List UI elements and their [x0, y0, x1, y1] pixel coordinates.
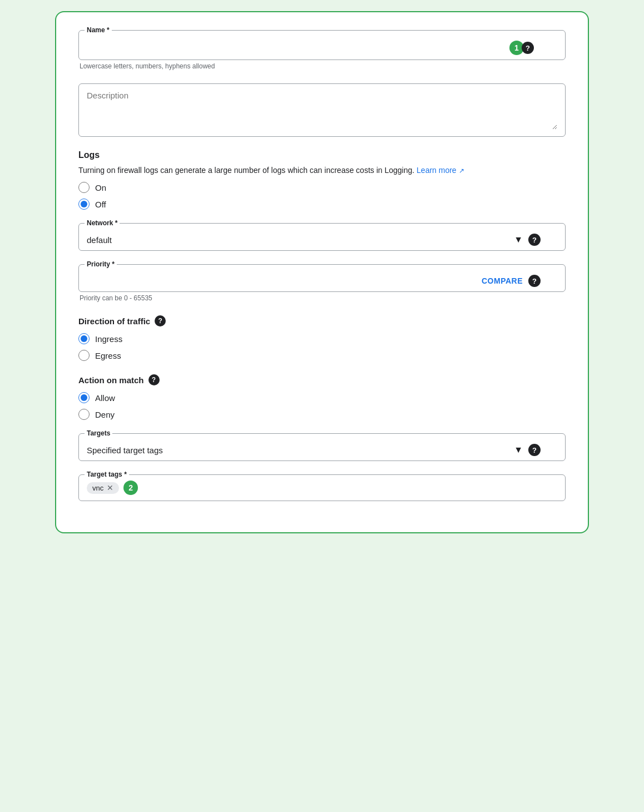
priority-field-group: Priority * 1000 COMPARE ? Priority can b…	[78, 264, 566, 302]
name-field: Name * vnc 1 ?	[78, 30, 566, 60]
targets-value: Specified target tags	[87, 445, 514, 455]
priority-field: Priority * 1000 COMPARE ?	[78, 264, 566, 292]
vnc-tag-chip: vnc ✕	[87, 482, 119, 494]
network-help-icon[interactable]: ?	[528, 234, 541, 246]
tag-chip-close[interactable]: ✕	[107, 484, 113, 492]
priority-input[interactable]: 1000	[87, 276, 482, 286]
ingress-radio[interactable]	[78, 333, 90, 344]
egress-radio[interactable]	[78, 350, 90, 361]
logs-off-radio[interactable]	[78, 199, 90, 210]
step2-badge: 2	[123, 481, 138, 495]
action-radio-group: Allow Deny	[78, 392, 566, 420]
targets-field-group: Targets Specified target tags ▼ ?	[78, 433, 566, 461]
allow-option[interactable]: Allow	[78, 392, 566, 403]
action-help-icon[interactable]: ?	[148, 374, 160, 385]
description-input[interactable]	[87, 91, 557, 130]
external-link-icon: ↗	[459, 167, 464, 175]
targets-help-icon[interactable]: ?	[528, 444, 541, 456]
learn-more-link[interactable]: Learn more ↗	[417, 166, 464, 175]
tag-chip-value: vnc	[92, 484, 103, 492]
compare-button[interactable]: COMPARE	[482, 276, 523, 285]
name-input[interactable]: vnc	[87, 43, 506, 53]
priority-help-icon[interactable]: ?	[528, 275, 541, 287]
network-field-group: Network * default ▼ ?	[78, 223, 566, 251]
target-tags-label: Target tags *	[85, 471, 129, 478]
action-section: Action on match ? Allow Deny	[78, 374, 566, 420]
direction-radio-group: Ingress Egress	[78, 333, 566, 361]
target-tags-field-group: Target tags * vnc ✕ 2	[78, 474, 566, 501]
egress-label: Egress	[95, 351, 121, 360]
name-hint: Lowercase letters, numbers, hyphens allo…	[78, 62, 566, 70]
logs-off-option[interactable]: Off	[78, 199, 566, 210]
deny-option[interactable]: Deny	[78, 409, 566, 420]
logs-title: Logs	[78, 150, 566, 160]
logs-on-option[interactable]: On	[78, 182, 566, 193]
direction-title-row: Direction of traffic ?	[78, 315, 566, 326]
target-tags-field: Target tags * vnc ✕ 2	[78, 474, 566, 501]
description-field-group	[78, 83, 566, 137]
description-field	[78, 83, 566, 137]
priority-hint: Priority can be 0 - 65535	[78, 294, 566, 302]
deny-radio[interactable]	[78, 409, 90, 420]
direction-title-text: Direction of traffic	[78, 316, 150, 326]
network-field: Network * default ▼ ?	[78, 223, 566, 251]
logs-section: Logs Turning on firewall logs can genera…	[78, 150, 566, 210]
form-card: Name * vnc 1 ? Lowercase letters, number…	[55, 11, 589, 533]
logs-radio-group: On Off	[78, 182, 566, 210]
action-title-row: Action on match ?	[78, 374, 566, 385]
direction-help-icon[interactable]: ?	[155, 315, 166, 326]
action-title-text: Action on match	[78, 375, 144, 385]
allow-label: Allow	[95, 393, 115, 403]
network-dropdown-icon[interactable]: ▼	[514, 235, 523, 245]
logs-info-text: Turning on firewall logs can generate a …	[78, 166, 414, 175]
egress-option[interactable]: Egress	[78, 350, 566, 361]
name-help-icon[interactable]: ?	[522, 42, 534, 54]
logs-on-label: On	[95, 183, 106, 192]
targets-field: Targets Specified target tags ▼ ?	[78, 433, 566, 461]
direction-section: Direction of traffic ? Ingress Egress	[78, 315, 566, 361]
name-label: Name *	[85, 26, 112, 34]
logs-on-radio[interactable]	[78, 182, 90, 193]
ingress-option[interactable]: Ingress	[78, 333, 566, 344]
deny-label: Deny	[95, 410, 115, 419]
logs-info: Turning on firewall logs can generate a …	[78, 165, 566, 176]
ingress-label: Ingress	[95, 334, 122, 344]
targets-label: Targets	[85, 429, 112, 437]
logs-off-label: Off	[95, 200, 106, 209]
priority-label: Priority *	[85, 260, 117, 268]
allow-radio[interactable]	[78, 392, 90, 403]
network-value: default	[87, 235, 514, 245]
name-field-group: Name * vnc 1 ? Lowercase letters, number…	[78, 30, 566, 70]
network-label: Network *	[85, 219, 120, 227]
targets-dropdown-icon[interactable]: ▼	[514, 445, 523, 455]
